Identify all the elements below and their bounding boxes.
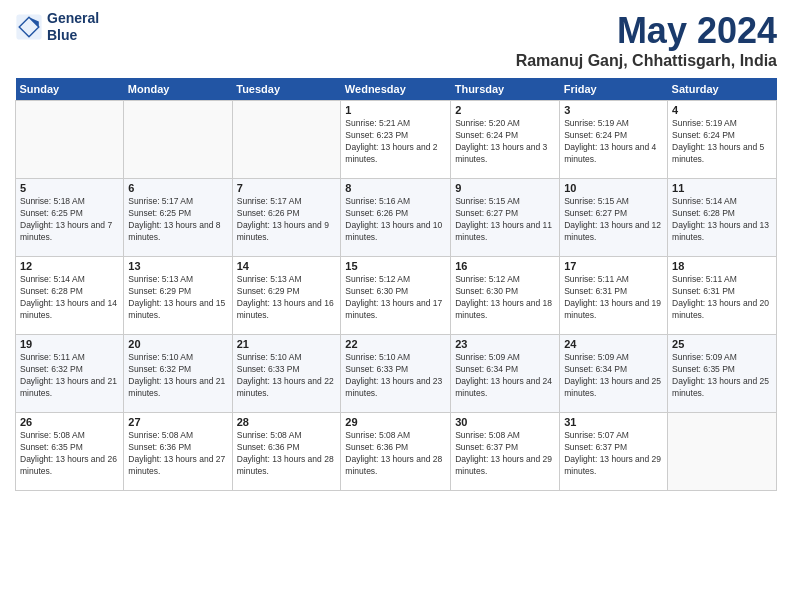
calendar-cell bbox=[16, 101, 124, 179]
day-info: Sunrise: 5:08 AM Sunset: 6:36 PM Dayligh… bbox=[128, 430, 227, 478]
day-info: Sunrise: 5:11 AM Sunset: 6:32 PM Dayligh… bbox=[20, 352, 119, 400]
day-number: 9 bbox=[455, 182, 555, 194]
calendar-table: Sunday Monday Tuesday Wednesday Thursday… bbox=[15, 78, 777, 491]
day-number: 15 bbox=[345, 260, 446, 272]
day-info: Sunrise: 5:13 AM Sunset: 6:29 PM Dayligh… bbox=[128, 274, 227, 322]
calendar-cell: 31Sunrise: 5:07 AM Sunset: 6:37 PM Dayli… bbox=[560, 413, 668, 491]
day-info: Sunrise: 5:19 AM Sunset: 6:24 PM Dayligh… bbox=[564, 118, 663, 166]
week-row-3: 12Sunrise: 5:14 AM Sunset: 6:28 PM Dayli… bbox=[16, 257, 777, 335]
day-info: Sunrise: 5:16 AM Sunset: 6:26 PM Dayligh… bbox=[345, 196, 446, 244]
day-info: Sunrise: 5:08 AM Sunset: 6:36 PM Dayligh… bbox=[345, 430, 446, 478]
day-info: Sunrise: 5:20 AM Sunset: 6:24 PM Dayligh… bbox=[455, 118, 555, 166]
day-number: 31 bbox=[564, 416, 663, 428]
day-number: 5 bbox=[20, 182, 119, 194]
day-number: 19 bbox=[20, 338, 119, 350]
day-number: 23 bbox=[455, 338, 555, 350]
calendar-cell: 12Sunrise: 5:14 AM Sunset: 6:28 PM Dayli… bbox=[16, 257, 124, 335]
day-info: Sunrise: 5:21 AM Sunset: 6:23 PM Dayligh… bbox=[345, 118, 446, 166]
col-wednesday: Wednesday bbox=[341, 78, 451, 101]
calendar-cell: 13Sunrise: 5:13 AM Sunset: 6:29 PM Dayli… bbox=[124, 257, 232, 335]
calendar-cell: 22Sunrise: 5:10 AM Sunset: 6:33 PM Dayli… bbox=[341, 335, 451, 413]
calendar-cell: 21Sunrise: 5:10 AM Sunset: 6:33 PM Dayli… bbox=[232, 335, 341, 413]
day-info: Sunrise: 5:08 AM Sunset: 6:37 PM Dayligh… bbox=[455, 430, 555, 478]
calendar-cell: 10Sunrise: 5:15 AM Sunset: 6:27 PM Dayli… bbox=[560, 179, 668, 257]
month-title: May 2024 bbox=[516, 10, 777, 52]
calendar-cell: 23Sunrise: 5:09 AM Sunset: 6:34 PM Dayli… bbox=[451, 335, 560, 413]
day-info: Sunrise: 5:13 AM Sunset: 6:29 PM Dayligh… bbox=[237, 274, 337, 322]
calendar-cell: 26Sunrise: 5:08 AM Sunset: 6:35 PM Dayli… bbox=[16, 413, 124, 491]
calendar-cell: 2Sunrise: 5:20 AM Sunset: 6:24 PM Daylig… bbox=[451, 101, 560, 179]
day-number: 2 bbox=[455, 104, 555, 116]
day-info: Sunrise: 5:12 AM Sunset: 6:30 PM Dayligh… bbox=[345, 274, 446, 322]
calendar-cell: 28Sunrise: 5:08 AM Sunset: 6:36 PM Dayli… bbox=[232, 413, 341, 491]
col-saturday: Saturday bbox=[668, 78, 777, 101]
location-subtitle: Ramanuj Ganj, Chhattisgarh, India bbox=[516, 52, 777, 70]
day-info: Sunrise: 5:10 AM Sunset: 6:32 PM Dayligh… bbox=[128, 352, 227, 400]
calendar-cell: 9Sunrise: 5:15 AM Sunset: 6:27 PM Daylig… bbox=[451, 179, 560, 257]
day-info: Sunrise: 5:10 AM Sunset: 6:33 PM Dayligh… bbox=[237, 352, 337, 400]
day-info: Sunrise: 5:09 AM Sunset: 6:35 PM Dayligh… bbox=[672, 352, 772, 400]
col-tuesday: Tuesday bbox=[232, 78, 341, 101]
calendar-cell: 14Sunrise: 5:13 AM Sunset: 6:29 PM Dayli… bbox=[232, 257, 341, 335]
day-number: 20 bbox=[128, 338, 227, 350]
col-friday: Friday bbox=[560, 78, 668, 101]
calendar-cell: 20Sunrise: 5:10 AM Sunset: 6:32 PM Dayli… bbox=[124, 335, 232, 413]
day-info: Sunrise: 5:18 AM Sunset: 6:25 PM Dayligh… bbox=[20, 196, 119, 244]
day-info: Sunrise: 5:17 AM Sunset: 6:26 PM Dayligh… bbox=[237, 196, 337, 244]
day-info: Sunrise: 5:19 AM Sunset: 6:24 PM Dayligh… bbox=[672, 118, 772, 166]
day-info: Sunrise: 5:15 AM Sunset: 6:27 PM Dayligh… bbox=[455, 196, 555, 244]
day-number: 11 bbox=[672, 182, 772, 194]
calendar-cell: 29Sunrise: 5:08 AM Sunset: 6:36 PM Dayli… bbox=[341, 413, 451, 491]
calendar-cell: 4Sunrise: 5:19 AM Sunset: 6:24 PM Daylig… bbox=[668, 101, 777, 179]
page-container: General Blue May 2024 Ramanuj Ganj, Chha… bbox=[0, 0, 792, 501]
day-info: Sunrise: 5:10 AM Sunset: 6:33 PM Dayligh… bbox=[345, 352, 446, 400]
day-number: 16 bbox=[455, 260, 555, 272]
day-number: 24 bbox=[564, 338, 663, 350]
day-number: 17 bbox=[564, 260, 663, 272]
day-info: Sunrise: 5:09 AM Sunset: 6:34 PM Dayligh… bbox=[455, 352, 555, 400]
day-info: Sunrise: 5:08 AM Sunset: 6:35 PM Dayligh… bbox=[20, 430, 119, 478]
day-number: 8 bbox=[345, 182, 446, 194]
day-number: 26 bbox=[20, 416, 119, 428]
calendar-cell: 17Sunrise: 5:11 AM Sunset: 6:31 PM Dayli… bbox=[560, 257, 668, 335]
day-info: Sunrise: 5:15 AM Sunset: 6:27 PM Dayligh… bbox=[564, 196, 663, 244]
logo-line1: General bbox=[47, 10, 99, 27]
day-info: Sunrise: 5:09 AM Sunset: 6:34 PM Dayligh… bbox=[564, 352, 663, 400]
logo-icon bbox=[15, 13, 43, 41]
day-number: 10 bbox=[564, 182, 663, 194]
day-number: 12 bbox=[20, 260, 119, 272]
col-monday: Monday bbox=[124, 78, 232, 101]
title-block: May 2024 Ramanuj Ganj, Chhattisgarh, Ind… bbox=[516, 10, 777, 70]
calendar-cell: 1Sunrise: 5:21 AM Sunset: 6:23 PM Daylig… bbox=[341, 101, 451, 179]
day-info: Sunrise: 5:11 AM Sunset: 6:31 PM Dayligh… bbox=[672, 274, 772, 322]
calendar-cell: 24Sunrise: 5:09 AM Sunset: 6:34 PM Dayli… bbox=[560, 335, 668, 413]
day-number: 21 bbox=[237, 338, 337, 350]
day-info: Sunrise: 5:12 AM Sunset: 6:30 PM Dayligh… bbox=[455, 274, 555, 322]
calendar-cell bbox=[124, 101, 232, 179]
day-info: Sunrise: 5:17 AM Sunset: 6:25 PM Dayligh… bbox=[128, 196, 227, 244]
day-number: 3 bbox=[564, 104, 663, 116]
week-row-1: 1Sunrise: 5:21 AM Sunset: 6:23 PM Daylig… bbox=[16, 101, 777, 179]
week-row-2: 5Sunrise: 5:18 AM Sunset: 6:25 PM Daylig… bbox=[16, 179, 777, 257]
day-info: Sunrise: 5:07 AM Sunset: 6:37 PM Dayligh… bbox=[564, 430, 663, 478]
calendar-cell: 25Sunrise: 5:09 AM Sunset: 6:35 PM Dayli… bbox=[668, 335, 777, 413]
header: General Blue May 2024 Ramanuj Ganj, Chha… bbox=[15, 10, 777, 70]
day-number: 27 bbox=[128, 416, 227, 428]
logo-text: General Blue bbox=[47, 10, 99, 44]
day-number: 4 bbox=[672, 104, 772, 116]
calendar-cell: 16Sunrise: 5:12 AM Sunset: 6:30 PM Dayli… bbox=[451, 257, 560, 335]
week-row-4: 19Sunrise: 5:11 AM Sunset: 6:32 PM Dayli… bbox=[16, 335, 777, 413]
day-number: 14 bbox=[237, 260, 337, 272]
calendar-cell bbox=[668, 413, 777, 491]
day-number: 6 bbox=[128, 182, 227, 194]
day-number: 13 bbox=[128, 260, 227, 272]
week-row-5: 26Sunrise: 5:08 AM Sunset: 6:35 PM Dayli… bbox=[16, 413, 777, 491]
calendar-cell: 7Sunrise: 5:17 AM Sunset: 6:26 PM Daylig… bbox=[232, 179, 341, 257]
calendar-cell: 3Sunrise: 5:19 AM Sunset: 6:24 PM Daylig… bbox=[560, 101, 668, 179]
day-number: 25 bbox=[672, 338, 772, 350]
day-info: Sunrise: 5:14 AM Sunset: 6:28 PM Dayligh… bbox=[20, 274, 119, 322]
col-sunday: Sunday bbox=[16, 78, 124, 101]
col-thursday: Thursday bbox=[451, 78, 560, 101]
day-number: 30 bbox=[455, 416, 555, 428]
day-number: 29 bbox=[345, 416, 446, 428]
